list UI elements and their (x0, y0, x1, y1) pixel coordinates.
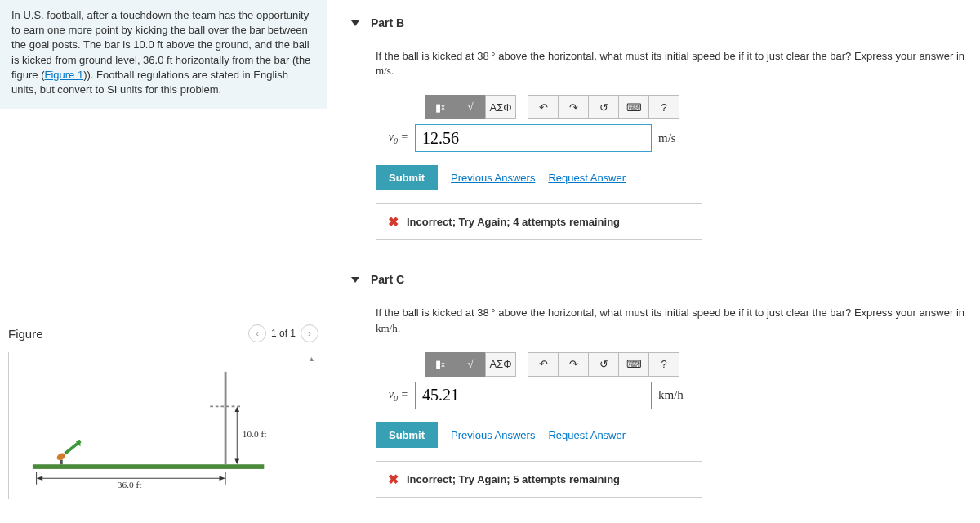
templates-button[interactable]: ▮x (425, 95, 456, 119)
svg-marker-12 (37, 476, 43, 481)
undo-button[interactable]: ↶ (528, 352, 559, 377)
answer-input-c[interactable] (415, 382, 652, 409)
submit-button-b[interactable]: Submit (376, 165, 438, 190)
toolbar-c: ▮x √ ΑΣΦ ↶ ↷ ↺ ⌨ ? (425, 352, 980, 377)
pager-prev-button[interactable]: ‹ (248, 324, 266, 342)
fig-dist-label: 36.0 ft (118, 480, 142, 489)
sqrt-button[interactable]: √ (455, 352, 486, 377)
svg-marker-10 (234, 459, 239, 465)
keyboard-button[interactable]: ⌨ (618, 352, 649, 377)
scroll-up-icon[interactable]: ▴ (305, 354, 317, 365)
submit-button-c[interactable]: Submit (376, 422, 438, 448)
pager-next-button[interactable]: › (301, 324, 318, 342)
reset-button[interactable]: ↺ (588, 95, 619, 119)
toolbar-b: ▮x √ ΑΣΦ ↶ ↷ ↺ ⌨ ? (425, 95, 980, 119)
help-button[interactable]: ? (648, 352, 679, 377)
help-button[interactable]: ? (648, 95, 679, 119)
collapse-toggle-b[interactable] (351, 20, 359, 26)
greek-button[interactable]: ΑΣΦ (485, 352, 516, 377)
unit-label-c: km/h (658, 388, 684, 402)
undo-button[interactable]: ↶ (528, 95, 559, 119)
pager-label: 1 of 1 (271, 328, 296, 339)
figure-title: Figure (8, 327, 43, 341)
svg-rect-0 (33, 464, 264, 469)
figure-canvas: ▴ 10.0 ft (8, 352, 318, 499)
part-b-title: Part B (371, 16, 404, 29)
part-c-question: If the ball is kicked at 38 ° above the … (376, 306, 980, 335)
feedback-text-c: Incorrect; Try Again; 5 attempts remaini… (407, 473, 620, 485)
problem-statement: In U.S. football, after a touchdown the … (0, 0, 327, 109)
svg-marker-13 (220, 476, 226, 481)
fig-height-label: 10.0 ft (243, 429, 267, 439)
incorrect-icon: ✖ (388, 214, 399, 230)
svg-marker-9 (234, 407, 239, 413)
sqrt-button[interactable]: √ (455, 95, 486, 119)
previous-answers-c[interactable]: Previous Answers (451, 429, 535, 441)
feedback-c: ✖ Incorrect; Try Again; 5 attempts remai… (376, 461, 702, 498)
feedback-b: ✖ Incorrect; Try Again; 4 attempts remai… (376, 203, 702, 240)
reset-button[interactable]: ↺ (588, 352, 619, 377)
greek-button[interactable]: ΑΣΦ (485, 95, 516, 119)
part-b-question: If the ball is kicked at 38 ° above the … (376, 49, 980, 78)
request-answer-c[interactable]: Request Answer (548, 429, 626, 441)
figure-pager: ‹ 1 of 1 › (248, 324, 318, 342)
svg-rect-1 (60, 460, 63, 465)
redo-button[interactable]: ↷ (558, 95, 589, 119)
figure-link[interactable]: Figure 1 (44, 69, 83, 81)
var-label-b: v0 = (376, 131, 408, 145)
var-label-c: v0 = (376, 388, 408, 403)
previous-answers-b[interactable]: Previous Answers (451, 172, 535, 184)
part-c: Part C If the ball is kicked at 38 ° abo… (351, 257, 980, 513)
templates-button[interactable]: ▮x (425, 352, 456, 377)
keyboard-button[interactable]: ⌨ (618, 95, 649, 119)
feedback-text-b: Incorrect; Try Again; 4 attempts remaini… (407, 216, 620, 228)
part-c-title: Part C (371, 273, 404, 286)
unit-label-b: m/s (658, 132, 676, 145)
redo-button[interactable]: ↷ (558, 352, 589, 377)
request-answer-b[interactable]: Request Answer (548, 172, 626, 184)
collapse-toggle-c[interactable] (351, 277, 359, 283)
incorrect-icon: ✖ (388, 472, 399, 487)
part-b: Part B If the ball is kicked at 38 ° abo… (351, 0, 980, 257)
answer-input-b[interactable] (415, 124, 652, 152)
